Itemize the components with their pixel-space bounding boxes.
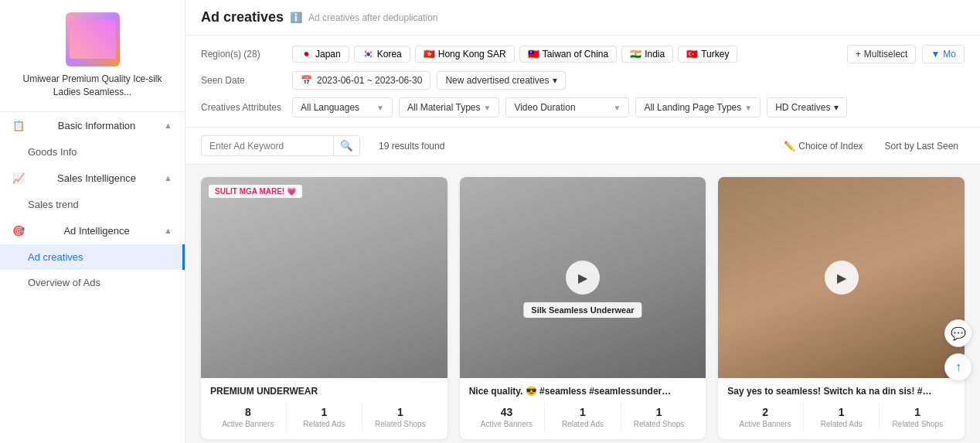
search-button[interactable]: 🔍 (333, 136, 359, 155)
chevron-up-icon-2: ▲ (164, 173, 172, 182)
region-label: Region(s) (28) (201, 49, 286, 60)
stat-value-2-1: 1 (545, 406, 621, 418)
card-body-3: Say yes to seamless! Switch ka na din si… (718, 378, 965, 439)
multiselect-button[interactable]: + Multiselect (847, 45, 917, 63)
sidebar-section-header-basic-information[interactable]: 📋 Basic Information ▲ (0, 112, 185, 139)
sidebar-section-header-sales-intelligence[interactable]: 📈 Sales Intelligence ▲ (0, 165, 185, 192)
card-overlay-tag-1: SULIT MGA MARE! 💗 (209, 185, 302, 198)
main-content: Ad creatives ℹ️ Ad creatives after dedup… (185, 0, 980, 443)
stat-label-1-2: Related Shops (362, 420, 438, 428)
region-taiwan[interactable]: 🇹🇼 Taiwan of China (519, 46, 617, 63)
card-stats-3: 2 Active Banners 1 Related Ads 1 Related… (727, 403, 955, 431)
floating-buttons: 💬 ↑ (944, 319, 972, 381)
japan-flag: 🇯🇵 (301, 49, 312, 60)
play-button-3[interactable]: ▶ (825, 261, 859, 295)
material-type-dropdown[interactable]: All Material Types ▼ (399, 97, 499, 118)
language-dropdown[interactable]: All Languages ▼ (292, 97, 393, 118)
results-count: 19 results found (379, 141, 444, 152)
sidebar-section-header-ad-intelligence[interactable]: 🎯 Ad Intelligence ▲ (0, 217, 185, 244)
region-japan[interactable]: 🇯🇵 Japan (292, 46, 349, 63)
stat-label-2-1: Related Ads (545, 420, 621, 428)
region-korea[interactable]: 🇰🇷 Korea (354, 46, 410, 63)
product-thumbnail (66, 12, 120, 66)
region-hong-kong[interactable]: 🇭🇰 Hong Kong SAR (415, 46, 515, 63)
chevron-down-icon-lp: ▼ (744, 104, 752, 112)
stat-label-1-1: Related Ads (287, 420, 362, 428)
video-duration-dropdown[interactable]: Video Duration ▼ (505, 97, 629, 118)
calendar-icon: 📅 (301, 75, 312, 86)
search-results-bar: 🔍 19 results found ✏️ Choice of Index So… (185, 128, 980, 165)
stat-value-1-1: 1 (287, 406, 362, 418)
mo-button[interactable]: ▼ Mo (922, 45, 965, 63)
page-title: Ad creatives (201, 9, 284, 26)
product-name: Umiwear Premium Quality Ice-silk Ladies … (12, 73, 172, 99)
region-turkey[interactable]: 🇹🇷 Turkey (678, 46, 737, 63)
sidebar-item-goods-info[interactable]: Goods Info (0, 139, 185, 165)
stat-value-2-2: 1 (621, 406, 697, 418)
product-info: Umiwear Premium Quality Ice-silk Ladies … (0, 0, 185, 112)
stat-related-ads-1: 1 Related Ads (287, 403, 363, 431)
stat-active-banners-1: 8 Active Banners (210, 403, 287, 431)
card-title-1: PREMIUM UNDERWEAR (210, 386, 438, 397)
stat-value-3-0: 2 (727, 406, 803, 418)
taiwan-flag: 🇹🇼 (528, 49, 539, 60)
scroll-top-button[interactable]: ↑ (944, 353, 972, 381)
stat-related-ads-3: 1 Related Ads (804, 403, 880, 431)
chevron-down-icon-lang: ▼ (376, 104, 384, 112)
korea-flag: 🇰🇷 (362, 49, 374, 60)
india-flag: 🇮🇳 (630, 49, 641, 60)
hk-flag: 🇭🇰 (424, 49, 435, 60)
sidebar-section-label-basic-information: Basic Information (58, 120, 135, 131)
chevron-down-icon-vid: ▼ (613, 104, 621, 112)
stat-active-banners-2: 43 Active Banners (469, 403, 546, 431)
right-controls: ✏️ Choice of Index Sort by Last Seen (778, 138, 965, 155)
card-stats-2: 43 Active Banners 1 Related Ads 1 Relate… (469, 403, 697, 431)
info-icon: ℹ️ (290, 12, 302, 23)
card-media-3[interactable]: ▶ (718, 177, 965, 378)
chevron-down-icon-mat: ▼ (483, 104, 491, 112)
play-button-2[interactable]: ▶ (566, 261, 600, 295)
card-body-1: PREMIUM UNDERWEAR 8 Active Banners 1 Rel… (201, 378, 447, 439)
chevron-down-icon-mo: ▼ (931, 49, 940, 60)
cards-area: SULIT MGA MARE! 💗 PREMIUM UNDERWEAR 8 Ac… (185, 165, 980, 443)
sidebar-item-overview-of-ads[interactable]: Overview of Ads (0, 270, 185, 295)
chat-float-button[interactable]: 💬 (944, 319, 972, 347)
stat-related-shops-1: 1 Related Shops (362, 403, 438, 431)
card-media-2[interactable]: ▶ Silk Seamless Underwear (460, 177, 706, 378)
stat-label-2-0: Active Banners (469, 420, 545, 428)
date-picker[interactable]: 📅 2023-06-01 ~ 2023-06-30 (292, 71, 430, 90)
main-header: Ad creatives ℹ️ Ad creatives after dedup… (185, 0, 980, 36)
card-media-1[interactable]: SULIT MGA MARE! 💗 (201, 177, 447, 378)
region-india[interactable]: 🇮🇳 India (621, 46, 673, 63)
seen-date-row: Seen Date 📅 2023-06-01 ~ 2023-06-30 New … (201, 71, 965, 90)
subtitle: Ad creatives after deduplication (308, 12, 437, 23)
choice-index-button[interactable]: ✏️ Choice of Index (778, 138, 869, 155)
region-filter-row: Region(s) (28) 🇯🇵 Japan 🇰🇷 Korea 🇭🇰 Hong… (201, 45, 965, 63)
chevron-up-icon: ▲ (164, 121, 172, 130)
sidebar-section-label-ad-intelligence: Ad Intelligence (63, 225, 129, 237)
creatives-attributes-label: Creatives Attributes (201, 102, 286, 113)
table-row: ▶ Say yes to seamless! Switch ka na din … (718, 177, 965, 439)
sidebar-item-sales-trend[interactable]: Sales trend (0, 192, 185, 217)
stat-value-3-2: 1 (880, 406, 955, 418)
sidebar-section-ad-intelligence: 🎯 Ad Intelligence ▲ Ad creatives Overvie… (0, 217, 185, 295)
creatives-attributes-row: Creatives Attributes All Languages ▼ All… (201, 97, 965, 118)
landing-page-dropdown[interactable]: All Landing Page Types ▼ (635, 97, 761, 118)
stat-value-3-1: 1 (804, 406, 880, 418)
chevron-down-icon-hd: ▾ (834, 102, 839, 113)
cards-grid: SULIT MGA MARE! 💗 PREMIUM UNDERWEAR 8 Ac… (201, 177, 965, 439)
stat-value-1-0: 8 (210, 406, 286, 418)
stat-label-2-2: Related Shops (621, 420, 697, 428)
sidebar-section-basic-information: 📋 Basic Information ▲ Goods Info (0, 112, 185, 165)
search-input[interactable] (202, 137, 333, 155)
stat-related-ads-2: 1 Related Ads (545, 403, 621, 431)
card-title-3: Say yes to seamless! Switch ka na din si… (727, 386, 955, 397)
search-box[interactable]: 🔍 (201, 135, 360, 156)
hd-creatives-button[interactable]: HD Creatives ▾ (767, 97, 846, 118)
new-creatives-button[interactable]: New advertised creatives ▾ (437, 71, 565, 90)
sort-button[interactable]: Sort by Last Seen (879, 138, 965, 155)
sidebar-item-ad-creatives[interactable]: Ad creatives (0, 244, 185, 270)
stat-active-banners-3: 2 Active Banners (727, 403, 804, 431)
chevron-up-icon-3: ▲ (164, 226, 172, 235)
stat-related-shops-2: 1 Related Shops (621, 403, 697, 431)
